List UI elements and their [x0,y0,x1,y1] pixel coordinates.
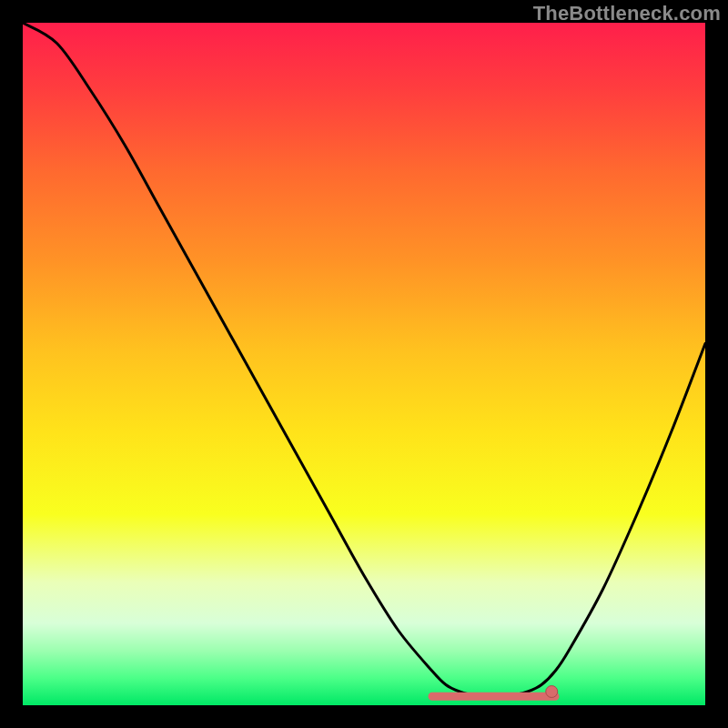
gradient-background [23,23,705,705]
chart-frame: TheBottleneck.com [0,0,728,728]
plot-area [23,23,705,705]
plot-svg [23,23,705,705]
marker-dot [546,686,558,698]
watermark-text: TheBottleneck.com [533,2,721,25]
